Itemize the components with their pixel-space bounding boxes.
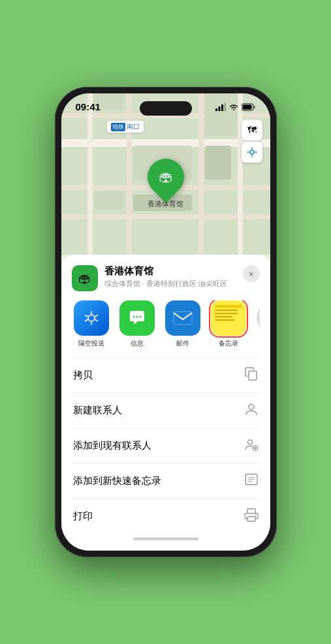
svg-rect-0 [215, 108, 217, 111]
mail-icon [165, 300, 200, 336]
status-time: 09:41 [76, 101, 101, 112]
place-icon: 🏟 [72, 265, 98, 291]
location-label: 地铁 南口 [107, 121, 144, 133]
more-icon [257, 300, 260, 336]
place-header: 🏟 香港体育馆 综合体育馆 · 香港特别行政区 油尖旺区 × [72, 265, 260, 291]
svg-rect-20 [247, 509, 255, 513]
signal-icon [215, 103, 226, 111]
message-icon [119, 300, 155, 336]
dynamic-island [140, 101, 192, 116]
svg-point-7 [250, 150, 254, 154]
copy-icon [244, 366, 259, 384]
share-item-airdrop[interactable]: 隔空投送 [72, 300, 111, 348]
action-list: 拷贝 新建联系人 [72, 357, 260, 534]
share-item-message[interactable]: 信息 [118, 300, 157, 348]
bottom-sheet: 🏟 香港体育馆 综合体育馆 · 香港特别行政区 油尖旺区 × [61, 255, 270, 551]
action-new-contact[interactable]: 新建联系人 [72, 393, 260, 428]
svg-point-22 [255, 515, 257, 516]
phone-screen: 09:41 [61, 93, 270, 551]
share-item-notes[interactable]: 备忘录 [209, 300, 248, 348]
place-info: 香港体育馆 综合体育馆 · 香港特别行政区 油尖旺区 [104, 265, 236, 289]
notes-label: 备忘录 [219, 339, 238, 348]
airdrop-icon [74, 300, 109, 336]
add-contact-icon [244, 437, 259, 455]
message-label: 信息 [131, 339, 144, 348]
svg-point-10 [136, 316, 138, 318]
stadium-pin: 🏟 香港体育馆 [148, 159, 184, 209]
new-contact-icon [244, 402, 259, 419]
action-copy[interactable]: 拷贝 [72, 358, 260, 393]
wifi-icon [229, 103, 239, 111]
svg-rect-2 [221, 105, 223, 111]
svg-point-8 [88, 315, 95, 321]
share-row: 隔空投送 信息 [72, 300, 260, 348]
battery-icon [242, 103, 256, 111]
svg-rect-6 [242, 105, 251, 109]
map-area: 地铁 南口 🏟 香港体育馆 🗺 [61, 93, 270, 255]
svg-rect-12 [174, 312, 192, 325]
home-indicator [133, 538, 198, 540]
svg-point-9 [133, 316, 134, 318]
airdrop-label: 隔空投送 [78, 339, 104, 348]
svg-point-11 [139, 316, 141, 318]
share-item-mail[interactable]: 邮件 [163, 300, 202, 348]
phone-frame: 09:41 [55, 87, 277, 557]
svg-rect-1 [218, 106, 220, 111]
svg-rect-3 [224, 103, 226, 111]
map-controls: 🗺 [242, 120, 262, 163]
svg-point-17 [247, 440, 252, 445]
quick-note-icon [244, 472, 259, 490]
status-icons [215, 103, 256, 111]
action-add-existing-contact[interactable]: 添加到现有联系人 [72, 428, 260, 464]
print-icon [244, 507, 259, 525]
action-add-quick-note[interactable]: 添加到新快速备忘录 [72, 464, 260, 499]
svg-rect-21 [247, 517, 255, 521]
share-item-more[interactable]: 更多 [255, 300, 260, 348]
svg-rect-5 [253, 105, 255, 108]
place-name: 香港体育馆 [104, 265, 236, 278]
map-layer-button[interactable]: 🗺 [242, 120, 262, 140]
location-button[interactable] [242, 142, 262, 163]
svg-rect-14 [249, 371, 257, 380]
place-desc: 综合体育馆 · 香港特别行政区 油尖旺区 [104, 279, 236, 289]
close-button[interactable]: × [243, 265, 260, 282]
action-print[interactable]: 打印 [72, 499, 260, 534]
mail-label: 邮件 [176, 339, 189, 348]
